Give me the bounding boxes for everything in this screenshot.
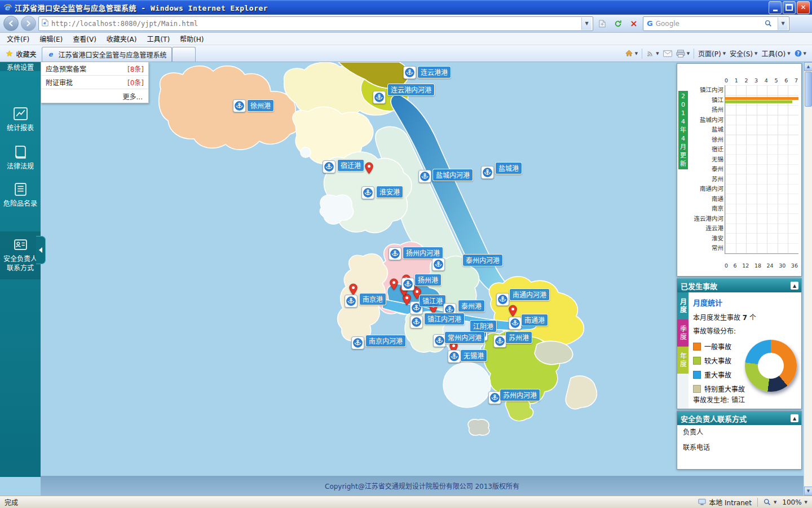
port-anchor-icon[interactable] xyxy=(373,91,386,104)
zoom-level[interactable]: 100%▼ xyxy=(782,498,807,506)
accident-period-tab[interactable]: 季度 xyxy=(677,319,689,347)
compatibility-view-button[interactable] xyxy=(595,17,609,30)
port-label[interactable]: 无锡港 xyxy=(460,349,487,362)
port-anchor-icon[interactable] xyxy=(432,258,445,271)
port-label[interactable]: 扬州内河港 xyxy=(403,247,443,259)
page-menu-button[interactable]: 页面(P)▼ xyxy=(698,49,726,58)
sidebar-item-dangerous-goods[interactable]: 危险品名录 xyxy=(0,182,41,208)
url-text[interactable]: http://localhost:8080/yjpt/Main.html xyxy=(51,20,579,28)
port-label[interactable]: 苏州内河港 xyxy=(500,389,540,401)
sidebar-item-safety-contact[interactable]: 安全负责人 联系方式 xyxy=(0,231,41,279)
port-label[interactable]: 盐城内河港 xyxy=(433,169,473,181)
refresh-button[interactable] xyxy=(611,17,625,30)
port-anchor-icon[interactable] xyxy=(496,293,509,306)
menu-item[interactable]: 文件(F) xyxy=(2,33,34,45)
address-field[interactable]: e http://localhost:8080/yjpt/Main.html ▼ xyxy=(38,16,593,31)
port-anchor-icon[interactable] xyxy=(345,295,358,308)
port-anchor-icon[interactable] xyxy=(323,160,336,173)
back-button[interactable] xyxy=(3,16,19,31)
port-label[interactable]: 徐州港 xyxy=(247,99,274,112)
tab-new-stub[interactable] xyxy=(172,47,196,62)
scrollbar-thumb[interactable] xyxy=(805,72,812,107)
zoom-button[interactable]: ▼ xyxy=(764,498,776,506)
tab-title[interactable]: 江苏省港口安全监管与应急管理系统 xyxy=(58,50,166,59)
stop-button[interactable]: × xyxy=(627,17,641,30)
tools-menu-button[interactable]: 工具(O)▼ xyxy=(761,49,790,58)
address-dropdown-button[interactable]: ▼ xyxy=(581,17,592,30)
safety-menu-button[interactable]: 安全(S)▼ xyxy=(730,49,757,58)
maximize-button[interactable] xyxy=(783,1,796,14)
port-anchor-icon[interactable] xyxy=(401,278,414,291)
scroll-down-button[interactable]: ▼ xyxy=(804,487,812,496)
more-link[interactable]: 更多... xyxy=(41,89,148,103)
port-label[interactable]: 镇江港 xyxy=(419,295,446,307)
menu-item[interactable]: 工具(T) xyxy=(142,33,174,45)
location-pin-icon[interactable] xyxy=(349,283,358,296)
accident-period-tab[interactable]: 月度 xyxy=(677,292,689,319)
port-anchor-icon[interactable] xyxy=(351,336,364,349)
print-button[interactable]: ▼ xyxy=(676,50,690,58)
menu-item[interactable]: 编辑(E) xyxy=(35,33,67,45)
port-anchor-icon[interactable] xyxy=(418,170,431,183)
port-label[interactable]: 泰州内河港 xyxy=(462,254,503,266)
port-label[interactable]: 宿迁港 xyxy=(337,159,364,172)
sidebar-item-system-settings[interactable]: 系统设置 xyxy=(0,62,41,71)
port-label[interactable]: 盐城港 xyxy=(495,162,522,174)
port-label[interactable]: 南京内河港 xyxy=(365,335,406,347)
help-button[interactable]: ? ▼ xyxy=(795,50,806,57)
vertical-scrollbar[interactable]: ▲ ▼ xyxy=(804,62,812,496)
read-mail-button[interactable] xyxy=(663,50,672,57)
port-label[interactable]: 泰州港 xyxy=(458,300,485,312)
port-label[interactable]: 连云港内河港 xyxy=(387,84,435,96)
port-label[interactable]: 常州内河港 xyxy=(444,331,485,344)
copyright-bar: Copyright@江苏省交通规划设计院股份有限公司 2013版权所有 xyxy=(41,476,804,496)
location-pin-icon[interactable] xyxy=(365,162,373,174)
sidebar-item-laws[interactable]: 法律法规 xyxy=(0,144,41,171)
port-label[interactable]: 江阴港 xyxy=(470,320,497,332)
sidebar-collapse-handle[interactable] xyxy=(36,236,46,264)
port-label[interactable]: 扬州港 xyxy=(414,274,442,286)
forward-button[interactable] xyxy=(21,16,36,31)
accident-period-tab[interactable]: 年度 xyxy=(677,347,689,374)
port-label[interactable]: 南通内河港 xyxy=(509,288,550,301)
port-anchor-icon[interactable] xyxy=(361,186,374,199)
port-label[interactable]: 连云港港 xyxy=(417,66,451,78)
legend-swatch xyxy=(693,385,701,393)
axis-tick-label: 0 xyxy=(725,77,728,84)
search-input[interactable]: Google xyxy=(656,20,758,28)
port-label[interactable]: 苏州港 xyxy=(505,331,532,344)
quick-links-panel: 应急预案备案[8条]附证审批[0条] 更多... xyxy=(41,62,149,103)
search-box[interactable]: G Google ▼ xyxy=(643,16,789,31)
minimize-button[interactable] xyxy=(769,1,782,14)
menu-item[interactable]: 帮助(H) xyxy=(175,33,208,45)
sidebar-item-reports[interactable]: 统计报表 xyxy=(0,106,41,133)
tab-active[interactable]: e 江苏省港口安全监管与应急管理系统 xyxy=(42,47,172,62)
port-anchor-icon[interactable] xyxy=(493,335,506,348)
rss-feed-button[interactable]: ▼ xyxy=(646,50,659,58)
port-anchor-icon[interactable] xyxy=(481,166,494,179)
port-label[interactable]: 镇江内河港 xyxy=(424,313,465,325)
location-pin-icon[interactable] xyxy=(390,278,398,291)
menu-item[interactable]: 收藏夹(A) xyxy=(102,33,142,45)
collapse-up-icon[interactable]: ▲ xyxy=(791,282,798,290)
close-button[interactable]: ✕ xyxy=(797,1,810,14)
port-anchor-icon[interactable] xyxy=(403,66,416,79)
port-label[interactable]: 南京港 xyxy=(359,293,386,305)
search-dropdown-button[interactable]: ▼ xyxy=(778,17,788,30)
collapse-up-icon[interactable]: ▲ xyxy=(791,414,798,422)
home-button[interactable]: ▼ xyxy=(625,49,638,58)
quick-panel-row[interactable]: 应急预案备案[8条] xyxy=(41,62,148,76)
port-label[interactable]: 南通港 xyxy=(521,314,548,326)
port-anchor-icon[interactable] xyxy=(509,317,522,330)
port-anchor-icon[interactable] xyxy=(410,316,423,329)
port-anchor-icon[interactable] xyxy=(448,350,461,363)
port-label[interactable]: 淮安港 xyxy=(376,186,403,198)
location-pin-icon[interactable] xyxy=(509,305,517,317)
quick-panel-row[interactable]: 附证审批[0条] xyxy=(41,76,148,89)
menu-item[interactable]: 查看(V) xyxy=(68,33,101,45)
scroll-up-button[interactable]: ▲ xyxy=(804,62,812,71)
search-magnifier-icon[interactable] xyxy=(761,17,775,30)
favorites-button[interactable]: ★ 收藏夹 xyxy=(0,46,42,61)
port-anchor-icon[interactable] xyxy=(389,247,401,260)
port-anchor-icon[interactable] xyxy=(233,99,246,112)
